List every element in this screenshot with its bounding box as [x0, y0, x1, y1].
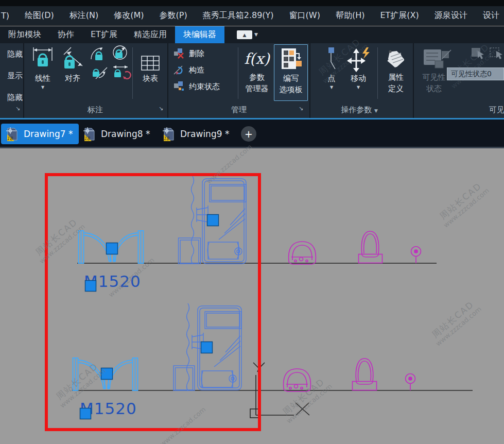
ribbon-tab-addons[interactable]: 附加模块	[0, 26, 49, 43]
visibility-mode-button	[441, 48, 452, 61]
chevron-down-icon: ▼	[254, 32, 258, 37]
rotation-constraint-button[interactable]	[92, 66, 109, 78]
dwg-file-icon: 18	[82, 127, 96, 141]
menu-help[interactable]: 帮助(H)	[328, 10, 373, 21]
file-tab-drawing9[interactable]: 18 Drawing9 *	[158, 124, 235, 144]
grip-tag-bottom[interactable]	[80, 408, 91, 419]
constraint-status-button[interactable]: 约束状态	[173, 80, 220, 93]
attribute-tag-icon	[384, 44, 408, 71]
menu-parametric[interactable]: 参数(P)	[152, 10, 195, 21]
drain-symbol-top[interactable]	[411, 247, 421, 264]
group-divider	[238, 47, 238, 99]
button-label: 构造	[189, 65, 204, 75]
chevron-down-icon[interactable]: ▼	[330, 85, 333, 90]
group-divider	[377, 47, 378, 99]
angular-constraint-button[interactable]	[90, 47, 108, 60]
grip-tag-top[interactable]	[85, 281, 96, 292]
attribute-definition-button[interactable]: 属性 定义	[380, 44, 412, 94]
button-label: 定义	[388, 84, 404, 94]
move-parameter-icon	[346, 45, 371, 72]
manage-panel-launcher[interactable]: ↘	[299, 105, 303, 112]
authoring-palettes-icon	[280, 45, 302, 72]
panel-divider	[309, 43, 310, 118]
construction-button[interactable]: 构造	[173, 64, 204, 76]
svg-text:18: 18	[84, 136, 91, 141]
block-table-button[interactable]: 块表	[135, 45, 165, 83]
ucs-x-axis-label	[296, 403, 309, 415]
point-parameter-button[interactable]: 点 ▼	[320, 45, 343, 90]
dwg-file-icon: 18	[5, 127, 19, 141]
menu-et-extension[interactable]: ET扩展(X)	[372, 10, 426, 21]
drain-symbol-bottom[interactable]	[406, 374, 415, 391]
make-visible-button	[471, 47, 485, 60]
ribbon: 隐藏 显示 隐藏 ↘ 线性 ▼	[0, 43, 504, 118]
cad-block-editor-window: { "menu": { "items": [ {"label":"T)"}, {…	[0, 0, 504, 444]
dimension-panel-launcher[interactable]: ↘	[159, 105, 163, 112]
toilet-side-top[interactable]	[359, 231, 383, 263]
menu-tools-partial[interactable]: T)	[0, 11, 17, 21]
button-label: 状态	[426, 84, 442, 94]
button-label: 约束状态	[189, 82, 220, 92]
stub-panel-launcher[interactable]: ↘	[15, 105, 20, 112]
point-parameter-icon	[325, 45, 338, 72]
group-divider	[132, 47, 133, 99]
ribbon-minimize-dropdown[interactable]: ▼	[254, 32, 258, 43]
file-tab-drawing7[interactable]: 18 Drawing7 *	[1, 124, 79, 144]
ribbon-minimize-button[interactable]: ▲	[237, 30, 252, 39]
chevron-down-icon[interactable]: ▼	[41, 85, 44, 90]
button-label: 可见性	[423, 73, 446, 82]
menu-dimension[interactable]: 标注(N)	[62, 10, 106, 21]
ribbon-tab-collaborate[interactable]: 协作	[49, 26, 82, 43]
menu-clipped[interactable]: 设计	[475, 10, 504, 21]
ribbon-tab-featured[interactable]: 精选应用	[126, 26, 175, 43]
toilet-front-bottom[interactable]	[284, 369, 311, 391]
panel-divider	[167, 43, 168, 118]
menu-window[interactable]: 窗口(W)	[282, 10, 328, 21]
menu-yanxiu-toolbox[interactable]: 燕秀工具箱2.89(Y)	[195, 10, 282, 21]
panel-title-manage: 管理	[170, 104, 308, 115]
fx-icon: f(x)	[244, 44, 270, 71]
parameter-manager-button[interactable]: f(x) 参数 管理器	[240, 44, 273, 94]
linear-parameter-button[interactable]: 线性 ▼	[28, 45, 58, 90]
panel-title-action: 操作参数 ▼	[311, 104, 408, 115]
menu-draw[interactable]: 绘图(D)	[17, 10, 62, 21]
move-parameter-button[interactable]: 移动 ▼	[343, 45, 374, 90]
button-label: 块表	[143, 74, 158, 83]
button-label: 编写	[283, 74, 299, 83]
svg-text:18: 18	[7, 136, 13, 141]
toilet-front-top[interactable]	[289, 242, 316, 264]
ribbon-tab-block-editor[interactable]: 块编辑器	[175, 26, 224, 43]
new-drawing-button[interactable]: +	[241, 126, 256, 142]
stub-hide-button[interactable]: 隐藏	[0, 49, 23, 59]
aligned-dimension-icon	[61, 45, 84, 72]
grip-door-bottom[interactable]	[101, 368, 113, 380]
stub-hide2-button[interactable]: 隐藏	[0, 93, 23, 103]
toilet-side-bottom[interactable]	[353, 358, 377, 390]
radial-constraint-button[interactable]	[111, 46, 129, 59]
drawing-canvas[interactable]: M1520	[0, 147, 504, 444]
file-tab-label: Drawing7 *	[24, 129, 73, 139]
stub-show-button[interactable]: 显示	[0, 71, 23, 81]
authoring-palettes-button[interactable]: 编写 选项板	[274, 44, 308, 101]
title-strip	[0, 0, 504, 6]
linear-dimension-icon	[32, 45, 54, 72]
button-label: 管理器	[246, 84, 269, 94]
grip-door-top[interactable]	[107, 243, 118, 254]
file-tab-label: Drawing8 *	[101, 129, 150, 139]
selection-rectangle[interactable]	[46, 175, 259, 430]
panel-title-dimension: 标注	[24, 104, 167, 115]
file-tab-drawing8[interactable]: 18 Drawing8 *	[78, 124, 156, 144]
ribbon-tab-et[interactable]: ET扩展	[82, 26, 126, 43]
button-label: 删除	[189, 49, 204, 59]
delete-constraint-button[interactable]: 删除	[173, 47, 204, 60]
flip-constraint-button[interactable]	[112, 65, 132, 77]
menu-modify[interactable]: 修改(M)	[106, 10, 151, 21]
panel-title-text: 操作参数	[341, 105, 372, 114]
aligned-parameter-button[interactable]: 对齐	[58, 45, 87, 83]
ribbon-tab-bar: 附加模块 协作 ET扩展 精选应用 块编辑器 ▲ ▼	[0, 26, 504, 43]
chevron-down-icon[interactable]: ▼	[374, 108, 378, 113]
grip-fixture-top[interactable]	[207, 215, 219, 226]
menu-yuanquan-design[interactable]: 源泉设计	[427, 10, 475, 21]
chevron-down-icon[interactable]: ▼	[357, 85, 360, 90]
grip-fixture-bottom[interactable]	[201, 342, 213, 353]
